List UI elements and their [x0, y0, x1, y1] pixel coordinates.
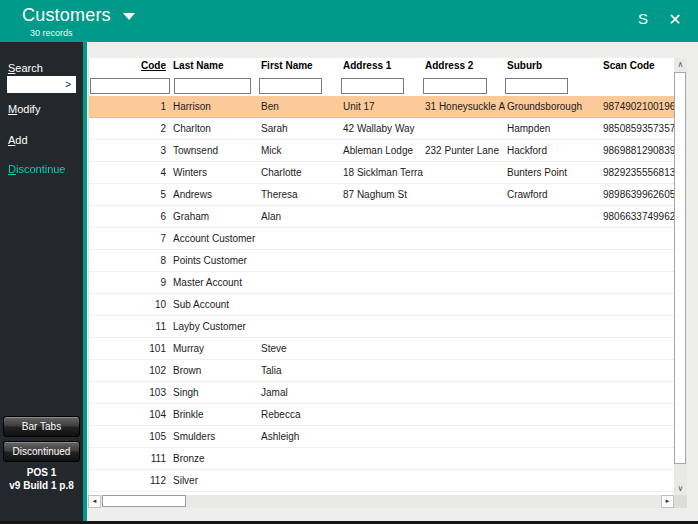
table-row[interactable]: 102BrownTalia [89, 360, 674, 382]
pos-build: v9 Build 1 p.8 [0, 480, 83, 493]
table-cell: Ashleigh [259, 426, 341, 447]
table-cell [341, 338, 423, 359]
table-row[interactable]: 103SinghJamal [89, 382, 674, 404]
table-row[interactable]: 9Master Account [89, 272, 674, 294]
table-row[interactable]: 8Points Customer [89, 250, 674, 272]
table-cell: Points Customer [171, 250, 259, 271]
table-row[interactable]: 4WintersCharlotte18 Sicklman TerraceBunt… [89, 162, 674, 184]
table-cell [505, 228, 601, 249]
table-row[interactable]: 101MurraySteve [89, 338, 674, 360]
table-cell [259, 228, 341, 249]
table-cell: Smulders [171, 426, 259, 447]
column-header-code[interactable]: Code [89, 58, 171, 75]
column-header-address-2[interactable]: Address 2 [423, 58, 505, 75]
table-cell [601, 272, 674, 293]
table-cell [423, 228, 505, 249]
column-header-suburb[interactable]: Suburb [505, 58, 601, 75]
vertical-scrollbar[interactable]: ∧ ∨ [674, 58, 687, 495]
table-cell [423, 206, 505, 227]
table-cell: 2 [89, 118, 171, 139]
table-cell [601, 360, 674, 381]
table-cell [601, 338, 674, 359]
table-cell: 1 [89, 96, 171, 117]
close-icon[interactable]: ✕ [664, 10, 686, 29]
table-row[interactable]: 10Sub Account [89, 294, 674, 316]
table-cell: 9829235556813 [601, 162, 674, 183]
table-cell [505, 250, 601, 271]
table-cell: Sub Account [171, 294, 259, 315]
column-header-address-1[interactable]: Address 1 [341, 58, 423, 75]
column-header-first-name[interactable]: First Name [259, 58, 341, 75]
scroll-up-icon[interactable]: ∧ [674, 58, 687, 71]
discontinued-button[interactable]: Discontinued [3, 441, 80, 462]
chevron-down-icon [123, 13, 135, 20]
table-cell: Townsend [171, 140, 259, 161]
table-cell: 9 [89, 272, 171, 293]
table-cell: Jamal [259, 382, 341, 403]
table-cell [341, 426, 423, 447]
table-cell [505, 294, 601, 315]
table-cell [341, 316, 423, 337]
table-cell: 9874902100196 [601, 96, 674, 117]
table-cell: Steve [259, 338, 341, 359]
module-dropdown[interactable]: Customers 30 records [22, 5, 135, 38]
table-cell [601, 382, 674, 403]
table-cell [505, 448, 601, 469]
filter-input-suburb[interactable] [505, 78, 568, 94]
table-cell: Charlton [171, 118, 259, 139]
table-cell: 31 Honeysuckle Ave [423, 96, 505, 117]
filter-input-code[interactable] [90, 78, 170, 94]
sidebar-item-discontinue[interactable]: Discontinue [8, 163, 66, 175]
bar-tabs-button[interactable]: Bar Tabs [3, 416, 80, 437]
scrollbar-corner [674, 495, 687, 508]
table-cell: Rebecca [259, 404, 341, 425]
table-cell: Ableman Lodge [341, 140, 423, 161]
table-cell: 8 [89, 250, 171, 271]
filter-input-address-2[interactable] [423, 78, 487, 94]
table-row[interactable]: 1HarrisonBenUnit 1731 Honeysuckle AveGro… [89, 96, 674, 118]
table-cell [423, 404, 505, 425]
column-header-scan-code[interactable]: Scan Code [601, 58, 674, 75]
sidebar-item-search[interactable]: Search [8, 62, 43, 74]
scroll-down-icon[interactable]: ∨ [674, 482, 687, 495]
table-row[interactable]: 105SmuldersAshleigh [89, 426, 674, 448]
horizontal-scrollbar-thumb[interactable] [102, 495, 186, 507]
table-cell [259, 294, 341, 315]
table-cell: Unit 17 [341, 96, 423, 117]
table-cell: 9869881290839 [601, 140, 674, 161]
filter-input-last-name[interactable] [174, 78, 251, 94]
vertical-scrollbar-thumb[interactable] [674, 72, 686, 464]
filter-input-first-name[interactable] [259, 78, 322, 94]
horizontal-scrollbar[interactable]: ◄ ► [88, 495, 674, 508]
filter-input-address-1[interactable] [341, 78, 404, 94]
main-content: Code Last Name First Name Address 1 Addr… [87, 42, 698, 521]
table-row[interactable]: 11Layby Customer [89, 316, 674, 338]
table-row[interactable]: 5AndrewsTheresa87 Naghum StCrawford98986… [89, 184, 674, 206]
table-cell [341, 228, 423, 249]
table-cell: Graham [171, 206, 259, 227]
table-row[interactable]: 111Bronze [89, 448, 674, 470]
search-input[interactable] [9, 78, 61, 91]
table-cell: Account Customer [171, 228, 259, 249]
table-cell: Brinkle [171, 404, 259, 425]
table-cell: 9850859357357 [601, 118, 674, 139]
table-row[interactable]: 104BrinkleRebecca [89, 404, 674, 426]
column-header-last-name[interactable]: Last Name [171, 58, 259, 75]
table-cell: Sarah [259, 118, 341, 139]
table-row[interactable]: 2CharltonSarah42 Wallaby WayHampden98508… [89, 118, 674, 140]
table-cell: Layby Customer [171, 316, 259, 337]
table-cell [341, 382, 423, 403]
table-body: 1HarrisonBenUnit 1731 Honeysuckle AveGro… [89, 96, 674, 492]
sidebar-item-add[interactable]: Add [8, 134, 28, 146]
sidebar-item-modify[interactable]: Modify [8, 103, 40, 115]
table-row[interactable]: 112Silver [89, 470, 674, 492]
settings-button[interactable]: S [632, 10, 654, 27]
table-row[interactable]: 3TownsendMickAbleman Lodge232 Punter Lan… [89, 140, 674, 162]
table-row[interactable]: 6GrahamAlan9806633749962 [89, 206, 674, 228]
table-cell: Groundsborough [505, 96, 601, 117]
table-cell [505, 338, 601, 359]
scroll-left-icon[interactable]: ◄ [88, 495, 101, 508]
scroll-right-icon[interactable]: ► [661, 495, 674, 508]
table-row[interactable]: 7Account Customer [89, 228, 674, 250]
table-cell [423, 294, 505, 315]
